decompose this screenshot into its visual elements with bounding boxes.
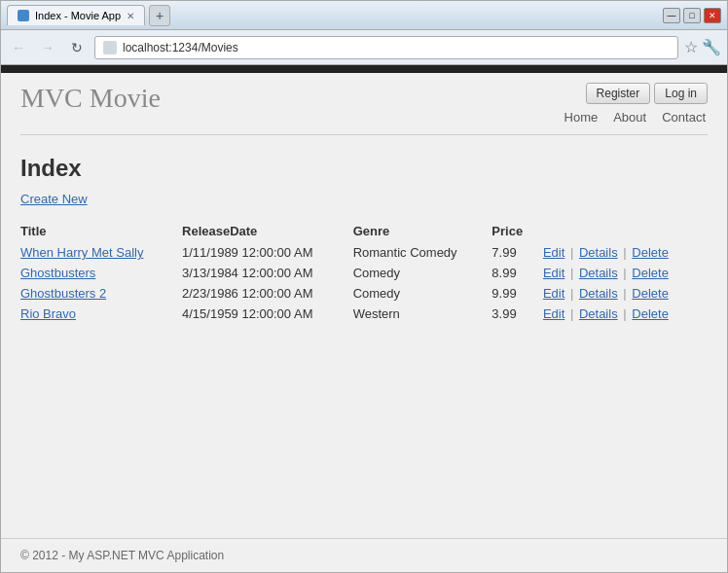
back-button[interactable]: ← <box>7 36 30 59</box>
address-bar: ← → ↻ localhost:1234/Movies ☆ 🔧 <box>1 30 727 65</box>
movie-genre: Romantic Comedy <box>353 242 492 263</box>
sep1: | <box>570 286 577 301</box>
sep1: | <box>570 266 577 280</box>
movie-actions: Edit | Details | Delete <box>543 242 708 263</box>
movie-price: 8.99 <box>491 263 543 283</box>
sep1: | <box>570 306 577 321</box>
footer-text: © 2012 - My ASP.NET MVC Application <box>20 549 224 562</box>
refresh-button[interactable]: ↻ <box>65 36 89 59</box>
close-button[interactable]: ✕ <box>704 8 721 23</box>
col-price: Price <box>491 220 543 242</box>
table-row: Rio Bravo4/15/1959 12:00:00 AMWestern3.9… <box>20 304 708 324</box>
details-link[interactable]: Details <box>579 286 618 301</box>
col-genre: Genre <box>353 220 492 242</box>
table-row: Ghostbusters 22/23/1986 12:00:00 AMComed… <box>20 283 708 304</box>
nav-contact[interactable]: Contact <box>662 110 706 125</box>
movies-table: Title ReleaseDate Genre Price When Harry… <box>20 220 708 324</box>
movie-actions: Edit | Details | Delete <box>543 263 708 283</box>
sep2: | <box>623 306 630 321</box>
movie-title-link[interactable]: When Harry Met Sally <box>20 245 143 260</box>
site-header: MVC Movie Register Log in Home About Con… <box>1 73 727 125</box>
settings-icon[interactable]: 🔧 <box>702 38 721 56</box>
movie-actions: Edit | Details | Delete <box>543 283 708 304</box>
create-new-link[interactable]: Create New <box>20 192 88 206</box>
delete-link[interactable]: Delete <box>632 286 669 301</box>
table-row: When Harry Met Sally1/11/1989 12:00:00 A… <box>20 242 708 263</box>
main-content: Index Create New Title ReleaseDate Genre… <box>1 135 727 538</box>
login-button[interactable]: Log in <box>654 83 708 104</box>
col-releasedate: ReleaseDate <box>182 220 353 242</box>
movie-price: 9.99 <box>491 283 543 304</box>
col-actions <box>543 220 708 242</box>
movie-genre: Western <box>353 304 492 324</box>
minimize-button[interactable]: — <box>663 8 680 23</box>
top-nav-bar <box>1 65 727 73</box>
tab-close-button[interactable]: ✕ <box>127 11 134 21</box>
delete-link[interactable]: Delete <box>632 306 669 321</box>
url-input[interactable]: localhost:1234/Movies <box>94 36 678 59</box>
movie-price: 7.99 <box>491 242 543 263</box>
edit-link[interactable]: Edit <box>543 266 564 280</box>
tab-favicon <box>18 10 29 21</box>
sep1: | <box>570 245 577 260</box>
movie-title-link[interactable]: Ghostbusters 2 <box>20 286 106 301</box>
details-link[interactable]: Details <box>579 245 618 260</box>
nav-home[interactable]: Home <box>564 110 599 125</box>
browser-window: Index - Movie App ✕ + — □ ✕ ← → ↻ <box>0 0 728 573</box>
page-content: MVC Movie Register Log in Home About Con… <box>1 65 727 572</box>
movie-release-date: 1/11/1989 12:00:00 AM <box>182 242 353 263</box>
sep2: | <box>623 266 630 280</box>
url-text: localhost:1234/Movies <box>123 41 238 54</box>
delete-link[interactable]: Delete <box>632 245 669 260</box>
movie-actions: Edit | Details | Delete <box>543 304 708 324</box>
sep2: | <box>623 286 630 301</box>
edit-link[interactable]: Edit <box>543 306 564 321</box>
edit-link[interactable]: Edit <box>543 286 564 301</box>
movie-price: 3.99 <box>491 304 543 324</box>
bookmark-icon[interactable]: ☆ <box>684 38 698 56</box>
table-row: Ghostbusters3/13/1984 12:00:00 AMComedy8… <box>20 263 708 283</box>
movie-title-link[interactable]: Rio Bravo <box>20 306 76 321</box>
edit-link[interactable]: Edit <box>543 245 564 260</box>
movie-title-link[interactable]: Ghostbusters <box>20 266 95 280</box>
new-tab-button[interactable]: + <box>149 5 170 26</box>
window-controls: — □ ✕ <box>663 8 721 23</box>
movie-release-date: 4/15/1959 12:00:00 AM <box>182 304 353 324</box>
sep2: | <box>623 245 630 260</box>
browser-tab[interactable]: Index - Movie App ✕ <box>7 5 145 25</box>
delete-link[interactable]: Delete <box>632 266 669 280</box>
page-heading: Index <box>20 155 708 182</box>
title-bar: Index - Movie App ✕ + — □ ✕ <box>1 1 727 30</box>
site-title: MVC Movie <box>20 83 161 114</box>
table-header-row: Title ReleaseDate Genre Price <box>20 220 708 242</box>
movie-release-date: 2/23/1986 12:00:00 AM <box>182 283 353 304</box>
movie-genre: Comedy <box>353 263 492 283</box>
nav-about[interactable]: About <box>613 110 646 125</box>
register-button[interactable]: Register <box>586 83 651 104</box>
site-footer: © 2012 - My ASP.NET MVC Application <box>1 538 727 572</box>
tab-title: Index - Movie App <box>35 10 121 21</box>
details-link[interactable]: Details <box>579 266 618 280</box>
movie-release-date: 3/13/1984 12:00:00 AM <box>182 263 353 283</box>
url-actions: ☆ 🔧 <box>684 38 721 56</box>
details-link[interactable]: Details <box>579 306 618 321</box>
maximize-button[interactable]: □ <box>683 8 701 23</box>
movie-genre: Comedy <box>353 283 492 304</box>
auth-buttons: Register Log in <box>586 83 708 104</box>
forward-button[interactable]: → <box>36 36 59 59</box>
header-right: Register Log in Home About Contact <box>564 83 708 125</box>
url-favicon <box>103 41 117 54</box>
col-title: Title <box>20 220 182 242</box>
main-nav: Home About Contact <box>564 110 708 125</box>
